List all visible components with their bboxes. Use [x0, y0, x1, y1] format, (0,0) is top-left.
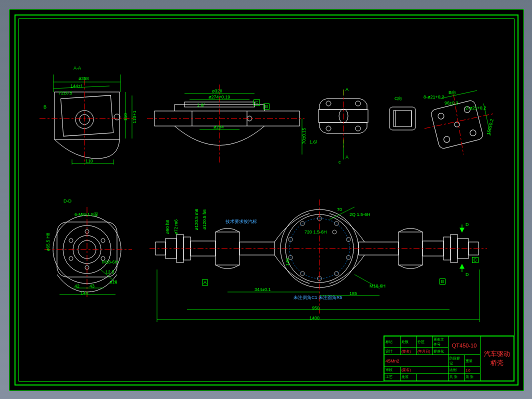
dim-148: 148 — [285, 258, 290, 266]
note2: 技术要求按汽标 — [226, 218, 257, 225]
dim-8holes: 8-ø21+0.2 — [424, 94, 444, 100]
dim-thread1: 2Q 1.5-6H — [350, 212, 370, 217]
tb-r3c6: 重量 — [464, 355, 480, 366]
dim-thread2: 720 1.5-6H — [304, 230, 327, 234]
dim-96: 96±0.2 — [444, 100, 458, 106]
label-b: B — [44, 104, 46, 110]
dim-m10: M10-6H — [370, 284, 386, 288]
dim-43: 43 — [90, 284, 94, 288]
datum-b-top: B — [264, 104, 270, 110]
dim-320: ø320 — [212, 88, 222, 94]
tb-r3c1: 审核 — [384, 366, 400, 374]
drawing-title: 汽车驱动桥壳 — [480, 336, 514, 381]
tb-r1c4: 更改文件号 — [432, 336, 448, 348]
material: 45Mn2 — [384, 355, 448, 366]
dim-1400: 1400 — [310, 316, 320, 320]
dim-70-tol: 70±0.15 — [302, 128, 306, 144]
tb-r2c5: (签名) — [400, 366, 448, 374]
dim-12-5: 12.5 — [106, 270, 114, 274]
tb-r3c5: 阶段标记 — [448, 355, 464, 366]
dim-72: 72±0.5 — [58, 90, 72, 96]
dim-144-1: 144±1 — [70, 84, 83, 88]
tb-r1c3: 分区 — [416, 336, 432, 348]
scale: 1:6 — [464, 366, 480, 374]
tb-r2c4: 标准化 — [432, 348, 448, 355]
dim-65: ø65.5 H8 — [46, 232, 50, 251]
dim-110b: 110 — [123, 113, 128, 120]
dim-144b: 144 — [80, 290, 88, 296]
dim-42: 42 — [74, 284, 80, 288]
border-inner — [18, 18, 514, 382]
label-c-view: C向 — [394, 96, 402, 102]
dim-d-d: D-D — [64, 198, 72, 204]
datum-a: A — [202, 280, 208, 286]
tb-r2c1: 设计 — [384, 348, 400, 355]
dim-2holes: 2-ø21+0.2 — [466, 106, 486, 110]
tb-r4c7: 第 张 — [464, 374, 480, 380]
tb-r1c1: 标记 — [384, 336, 400, 348]
label-d2: D — [466, 272, 469, 277]
surf2: 1.6/ — [310, 140, 317, 144]
note1: 未注倒角C1 未注圆角R5 — [294, 294, 342, 301]
datum-c: C — [254, 100, 260, 106]
part-number: QT450-10 — [448, 336, 480, 355]
dim-358: ø358 — [78, 76, 89, 81]
dim-m18: M18-6H — [102, 260, 118, 264]
dim-72b: ø72 m6 — [174, 220, 178, 235]
dim-110c: 110+1 — [132, 110, 137, 123]
label-b-view: B向 — [448, 90, 456, 96]
datum-b: B — [440, 278, 446, 284]
dim-spline: 6-M8×1.5深 — [74, 212, 98, 218]
dim-344: 344±0.1 — [254, 287, 270, 292]
tb-r2c3: (年月日) — [416, 348, 432, 355]
dim-950: 950 — [312, 306, 320, 310]
tb-r4c2: 批准 — [400, 374, 416, 380]
tb-r4c1: 工艺 — [384, 374, 400, 380]
dim-70b: 70 — [337, 207, 342, 212]
arrow-a2: A — [346, 154, 348, 160]
arrow-a1: A — [346, 87, 348, 92]
dim-18: ø18 — [110, 280, 118, 284]
label-d1: D — [466, 222, 469, 227]
title-block: 标记 处数 分区 更改文件号 QT450-10 汽车驱动桥壳 设计 (签名) (… — [384, 336, 514, 382]
tb-r3c7: 比例 — [448, 366, 464, 374]
tb-r1c2: 处数 — [400, 336, 416, 348]
surf1: 1.6/ — [197, 102, 204, 108]
dim-90: ø90 h8 — [165, 220, 170, 234]
dim-185: 185 — [350, 291, 357, 296]
dim-120a: ø120.5 m6 — [194, 208, 199, 230]
tb-r2c2: (签名) — [400, 348, 416, 355]
dim-284: ø284 — [214, 124, 224, 130]
label-c: c — [338, 160, 341, 164]
dim-110: 110 — [86, 158, 93, 164]
tb-r4c6: 共 张 — [448, 374, 464, 380]
dim-a-a: A-A — [74, 66, 81, 70]
datum-c-main: C — [472, 257, 478, 263]
dim-274: ø274+0.19 — [208, 94, 230, 100]
cad-drawing-frame: A-A ø358 144±1 72±0.5 B 110 110 110+1 ø3… — [9, 9, 524, 391]
dim-120b: ø120.5 h6 — [202, 210, 207, 230]
